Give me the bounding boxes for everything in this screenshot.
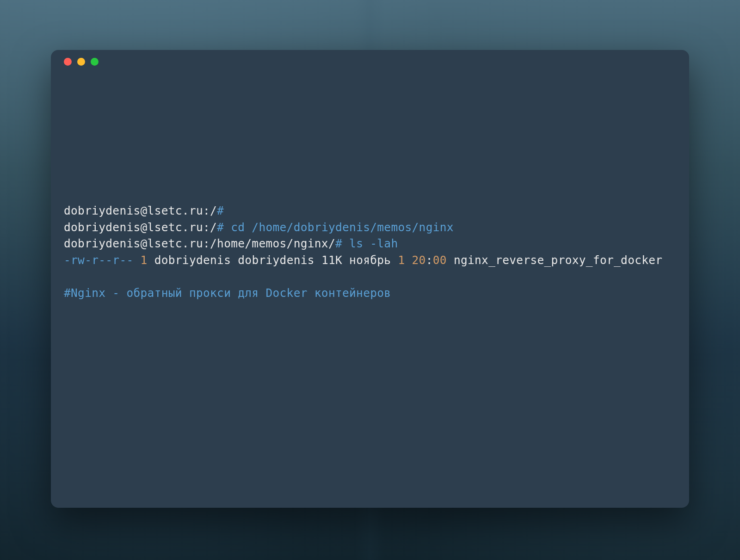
terminal-comment-line: #Nginx - обратный прокси для Docker конт… [64, 285, 676, 302]
file-time-colon: : [426, 253, 433, 267]
terminal-content[interactable]: dobriydenis@lsetc.ru:/# dobriydenis@lset… [51, 73, 689, 314]
command-text: ls -lah [342, 237, 398, 250]
title-bar [51, 50, 689, 73]
terminal-window: dobriydenis@lsetc.ru:/# dobriydenis@lset… [51, 50, 689, 508]
file-links: 1 [134, 253, 154, 267]
file-name: nginx_reverse_proxy_for_docker [454, 253, 663, 267]
comment-text: #Nginx - обратный прокси для Docker конт… [64, 286, 391, 300]
file-permissions: -rw-r--r-- [64, 253, 134, 267]
terminal-line: dobriydenis@lsetc.ru:/home/memos/nginx/#… [64, 235, 676, 252]
file-day: 1 [398, 253, 412, 267]
prompt-user: dobriydenis@lsetc.ru:/ [64, 221, 217, 234]
prompt-symbol: # [335, 237, 342, 250]
terminal-output-line: -rw-r--r-- 1 dobriydenis dobriydenis 11K… [64, 252, 676, 269]
prompt-user: dobriydenis@lsetc.ru:/home/memos/nginx/ [64, 237, 335, 250]
prompt-user: dobriydenis@lsetc.ru:/ [64, 204, 217, 217]
terminal-line: dobriydenis@lsetc.ru:/# cd /home/dobriyd… [64, 219, 676, 236]
terminal-line: dobriydenis@lsetc.ru:/# [64, 203, 676, 219]
prompt-symbol: # [217, 204, 224, 217]
file-owner-group: dobriydenis dobriydenis 11K ноябрь [154, 253, 398, 267]
file-hour: 20 [412, 253, 426, 267]
minimize-icon[interactable] [77, 58, 85, 66]
prompt-symbol: # [217, 221, 224, 234]
command-text: cd /home/dobriydenis/memos/nginx [224, 221, 454, 234]
maximize-icon[interactable] [91, 58, 99, 66]
file-minute: 00 [433, 253, 454, 267]
close-icon[interactable] [64, 58, 72, 66]
empty-line [64, 268, 676, 285]
